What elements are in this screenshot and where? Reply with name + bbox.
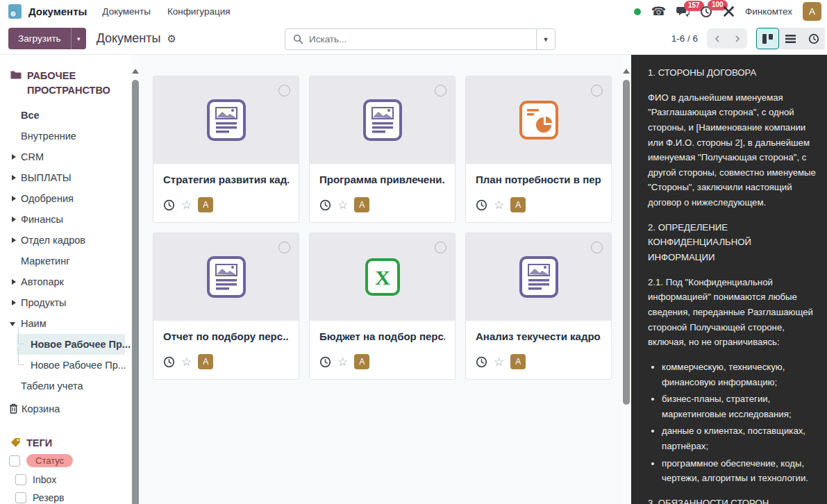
sidebar-item-all[interactable]: Все — [0, 105, 131, 126]
scroll-up-arrow[interactable] — [132, 69, 139, 74]
voip-phone-icon[interactable]: ☎ — [651, 6, 666, 17]
app-body: РАБОЧЕЕ ПРОСТРАНСТВО Все Внутренние CRM … — [0, 55, 827, 504]
activities-icon[interactable]: 100 — [700, 6, 712, 18]
gear-icon[interactable]: ⚙ — [167, 33, 176, 45]
owner-avatar[interactable]: A — [354, 354, 369, 369]
activity-clock-icon[interactable] — [163, 356, 175, 368]
owner-avatar[interactable]: A — [510, 197, 526, 212]
document-preview-panel[interactable]: 1. СТОРОНЫ ДОГОВОРА ФИО в дальнейшем име… — [631, 55, 827, 504]
favorite-star-icon[interactable]: ☆ — [337, 199, 348, 211]
kanban-view-button[interactable] — [756, 28, 779, 49]
expand-caret-icon[interactable] — [12, 154, 16, 160]
search-input[interactable] — [309, 34, 536, 44]
upload-button[interactable]: Загрузить — [8, 28, 71, 49]
tag-label[interactable]: Резерв — [33, 492, 64, 503]
tag-pill-status[interactable]: Статус — [26, 454, 73, 467]
document-select-circle[interactable] — [278, 242, 290, 253]
sidebar-item-payouts[interactable]: ВЫПЛАТЫ — [0, 167, 131, 188]
document-title[interactable]: План потребности в пер... — [476, 174, 601, 185]
document-card[interactable]: Программа привлечени... ☆ A — [309, 76, 456, 223]
menu-configuration[interactable]: Конфигурация — [167, 6, 231, 17]
preview-bullet: программное обеспечение, коды, чертежи, … — [662, 456, 818, 486]
top-navbar: Документы Документы Конфигурация ☎ 157 1… — [0, 0, 827, 23]
favorite-star-icon[interactable]: ☆ — [181, 199, 192, 211]
breadcrumb-title[interactable]: Документы — [97, 31, 161, 46]
sidebar-item-internal[interactable]: Внутренние — [0, 126, 131, 146]
document-select-circle[interactable] — [435, 242, 446, 253]
tag-checkbox[interactable] — [9, 455, 20, 467]
menu-documents[interactable]: Документы — [102, 6, 151, 17]
favorite-star-icon[interactable]: ☆ — [181, 356, 192, 368]
sidebar-item-new-workspace-2[interactable]: Новое Рабочее Пр... — [17, 355, 125, 376]
sidebar-item-hr[interactable]: Отдел кадров — [0, 230, 131, 251]
sidebar-item-crm[interactable]: CRM — [0, 146, 131, 167]
activity-clock-icon[interactable] — [163, 199, 175, 211]
debug-tools-icon[interactable] — [723, 6, 735, 17]
owner-avatar[interactable]: A — [510, 354, 526, 369]
document-title[interactable]: Анализ текучести кадро... — [476, 330, 601, 342]
upload-dropdown-toggle[interactable]: ▾ — [71, 28, 86, 49]
sidebar-item-finance[interactable]: Финансы — [0, 209, 131, 230]
activity-clock-icon[interactable] — [319, 356, 331, 368]
expand-caret-icon[interactable] — [12, 279, 16, 285]
sidebar-item-timesheets[interactable]: Табели учета — [0, 376, 131, 396]
document-select-circle[interactable] — [435, 85, 446, 96]
expand-caret-icon[interactable] — [12, 300, 16, 305]
preview-paragraph: 2.1. Под "Конфиденциальной информацией" … — [648, 275, 818, 350]
tag-checkbox[interactable] — [15, 474, 26, 485]
main-scrollbar — [621, 55, 631, 504]
scroll-up-arrow[interactable] — [623, 69, 630, 74]
document-title[interactable]: Программа привлечени... — [319, 174, 445, 185]
favorite-star-icon[interactable]: ☆ — [337, 356, 348, 368]
sidebar-item-fleet[interactable]: Автопарк — [0, 271, 131, 292]
sidebar-item-new-workspace-1[interactable]: Новое Рабочее Пр... — [17, 334, 125, 355]
messages-icon[interactable]: 157 — [676, 6, 690, 17]
folder-icon — [10, 70, 22, 79]
document-title[interactable]: Стратегия развития кад... — [163, 174, 289, 185]
document-select-circle[interactable] — [278, 85, 290, 96]
list-view-button[interactable] — [779, 28, 802, 49]
scrollbar-thumb[interactable] — [132, 80, 139, 504]
expand-caret-icon[interactable] — [12, 237, 16, 243]
document-card[interactable]: Отчет по подбору перс... ☆ A — [153, 233, 299, 380]
owner-avatar[interactable]: A — [198, 197, 213, 212]
document-card[interactable]: Стратегия развития кад... ☆ A — [153, 76, 299, 223]
sidebar-item-products[interactable]: Продукты — [0, 292, 131, 313]
owner-avatar[interactable]: A — [354, 197, 369, 212]
activity-view-button[interactable] — [802, 28, 825, 49]
document-title[interactable]: Бюджет на подбор перс... — [319, 330, 445, 342]
expand-caret-icon[interactable] — [12, 217, 16, 222]
documents-app-icon[interactable] — [8, 4, 22, 19]
document-card-body: План потребности в пер... ☆ A — [466, 164, 611, 212]
document-select-circle[interactable] — [591, 85, 603, 96]
document-title[interactable]: Отчет по подбору перс... — [163, 330, 289, 342]
sidebar-item-trash[interactable]: Корзина — [0, 398, 131, 419]
favorite-star-icon[interactable]: ☆ — [494, 199, 504, 211]
sidebar-item-naim[interactable]: Наим — [0, 313, 131, 334]
document-card[interactable]: План потребности в пер... ☆ A — [465, 76, 612, 223]
user-avatar[interactable]: A — [803, 2, 821, 21]
collapse-caret-icon[interactable] — [10, 322, 15, 326]
tag-checkbox[interactable] — [15, 492, 26, 503]
document-card[interactable]: X Бюджет на подбор перс... ☆ A — [309, 233, 456, 380]
scrollbar-thumb[interactable] — [623, 80, 630, 405]
control-panel-right: 1-6 / 6 — [671, 28, 825, 49]
expand-caret-icon[interactable] — [12, 175, 16, 180]
favorite-star-icon[interactable]: ☆ — [494, 356, 504, 368]
document-card[interactable]: Анализ текучести кадро... ☆ A — [465, 233, 612, 380]
company-name[interactable]: Финкомтех — [745, 6, 792, 17]
document-meta-row: ☆ A — [476, 354, 601, 369]
document-select-circle[interactable] — [591, 242, 603, 253]
sidebar-item-approvals[interactable]: Одобрения — [0, 188, 131, 209]
owner-avatar[interactable]: A — [198, 354, 213, 369]
pager-next-button[interactable] — [727, 28, 747, 49]
expand-caret-icon[interactable] — [12, 196, 16, 201]
activity-clock-icon[interactable] — [476, 356, 487, 368]
activity-clock-icon[interactable] — [476, 199, 487, 211]
activity-clock-icon[interactable] — [319, 199, 331, 211]
control-panel: Загрузить ▾ Документы ⚙ ▼ 1-6 / 6 — [0, 23, 827, 55]
search-filters-toggle[interactable]: ▼ — [536, 29, 555, 49]
tag-label[interactable]: Inbox — [33, 474, 56, 485]
sidebar-item-marketing[interactable]: Маркетинг — [0, 251, 131, 271]
pager-previous-button[interactable] — [707, 28, 727, 49]
